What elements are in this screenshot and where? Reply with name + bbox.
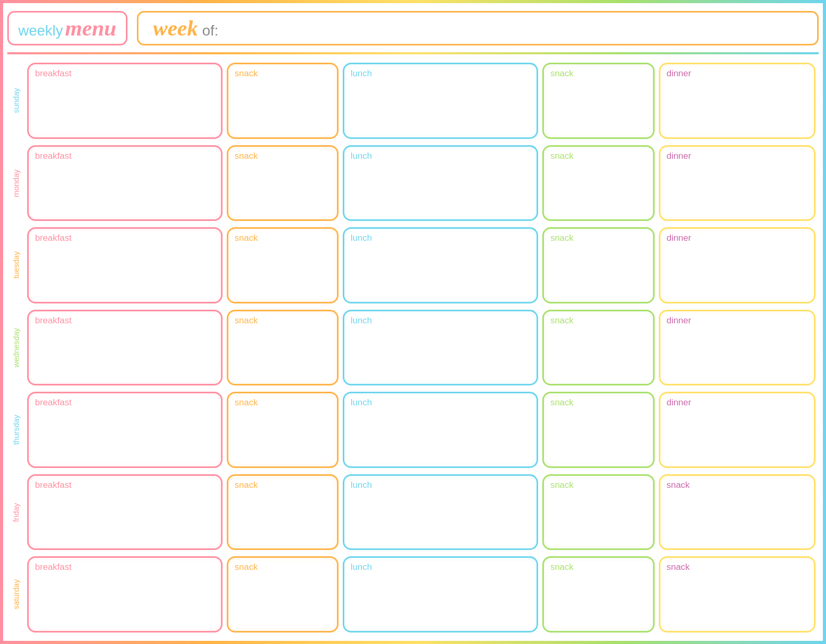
friday-breakfast[interactable]: breakfast <box>27 474 223 551</box>
wednesday-dinner-label: dinner <box>667 315 808 326</box>
monday-snack1-label: snack <box>235 151 331 161</box>
tuesday-snack1[interactable]: snack <box>227 227 339 303</box>
saturday-lunch[interactable]: lunch <box>343 556 538 633</box>
tuesday-lunch-label: lunch <box>351 233 530 243</box>
sunday-lunch[interactable]: lunch <box>343 63 538 139</box>
friday-col5-label: snack <box>667 480 808 490</box>
tuesday-breakfast[interactable]: breakfast <box>27 227 223 303</box>
day-label-monday: monday <box>7 143 24 224</box>
row-friday: friday breakfast snack lunch snack snack <box>7 472 819 553</box>
day-label-tuesday: tuesday <box>7 225 24 306</box>
thursday-breakfast[interactable]: breakfast <box>27 392 223 468</box>
wednesday-snack2[interactable]: snack <box>542 310 654 386</box>
day-label-saturday: saturday <box>7 554 24 635</box>
tuesday-lunch[interactable]: lunch <box>343 227 538 303</box>
monday-lunch-label: lunch <box>351 151 530 161</box>
monday-lunch[interactable]: lunch <box>343 145 538 221</box>
wednesday-snack2-label: snack <box>550 315 646 326</box>
tuesday-breakfast-label: breakfast <box>35 233 215 243</box>
cells-friday: breakfast snack lunch snack snack <box>24 472 819 553</box>
monday-breakfast-label: breakfast <box>35 151 215 161</box>
monday-snack2-label: snack <box>550 151 646 161</box>
wednesday-lunch[interactable]: lunch <box>343 310 538 386</box>
header: weekly menu week of: <box>7 7 819 54</box>
monday-dinner-label: dinner <box>667 151 808 161</box>
row-sunday: sunday breakfast snack lunch snack dinne… <box>7 61 819 141</box>
day-label-friday: friday <box>7 472 24 553</box>
row-thursday: thursday breakfast snack lunch snack din… <box>7 390 819 470</box>
sunday-breakfast[interactable]: breakfast <box>27 63 223 139</box>
friday-col5[interactable]: snack <box>659 474 816 551</box>
saturday-snack1[interactable]: snack <box>227 556 339 633</box>
sunday-breakfast-label: breakfast <box>35 68 215 79</box>
title-box: weekly menu <box>7 11 127 45</box>
thursday-snack1-label: snack <box>235 397 331 408</box>
sunday-dinner[interactable]: dinner <box>659 63 816 139</box>
thursday-snack2-label: snack <box>550 397 646 408</box>
day-label-wednesday: wednesday <box>7 308 24 388</box>
friday-snack1-label: snack <box>235 480 331 490</box>
tuesday-snack2-label: snack <box>550 233 646 243</box>
thursday-lunch[interactable]: lunch <box>343 392 538 468</box>
cells-wednesday: breakfast snack lunch snack dinner <box>24 308 819 388</box>
sunday-snack1-label: snack <box>235 68 331 79</box>
saturday-col5[interactable]: snack <box>659 556 816 633</box>
cells-thursday: breakfast snack lunch snack dinner <box>24 390 819 470</box>
thursday-lunch-label: lunch <box>351 397 530 408</box>
cells-sunday: breakfast snack lunch snack dinner <box>24 61 819 141</box>
saturday-snack1-label: snack <box>235 562 331 572</box>
day-label-thursday: thursday <box>7 390 24 470</box>
row-monday: monday breakfast snack lunch snack dinne… <box>7 143 819 224</box>
thursday-dinner-label: dinner <box>667 397 808 408</box>
tuesday-dinner-label: dinner <box>667 233 808 243</box>
friday-lunch[interactable]: lunch <box>343 474 538 551</box>
saturday-breakfast[interactable]: breakfast <box>27 556 223 633</box>
thursday-snack1[interactable]: snack <box>227 392 339 468</box>
page: weekly menu week of: sunday breakfast sn… <box>0 0 826 644</box>
week-of-box: week of: <box>137 11 819 45</box>
monday-dinner[interactable]: dinner <box>659 145 816 221</box>
wednesday-breakfast-label: breakfast <box>35 315 215 326</box>
sunday-snack1[interactable]: snack <box>227 63 339 139</box>
friday-snack1[interactable]: snack <box>227 474 339 551</box>
cells-tuesday: breakfast snack lunch snack dinner <box>24 225 819 306</box>
wednesday-lunch-label: lunch <box>351 315 530 326</box>
friday-breakfast-label: breakfast <box>35 480 215 490</box>
thursday-breakfast-label: breakfast <box>35 397 215 408</box>
sunday-snack2[interactable]: snack <box>542 63 654 139</box>
sunday-snack2-label: snack <box>550 68 646 79</box>
friday-lunch-label: lunch <box>351 480 530 490</box>
saturday-col5-label: snack <box>667 562 808 572</box>
row-tuesday: tuesday breakfast snack lunch snack dinn… <box>7 225 819 306</box>
thursday-dinner[interactable]: dinner <box>659 392 816 468</box>
friday-snack2-label: snack <box>550 480 646 490</box>
thursday-snack2[interactable]: snack <box>542 392 654 468</box>
row-wednesday: wednesday breakfast snack lunch snack di… <box>7 308 819 388</box>
wednesday-breakfast[interactable]: breakfast <box>27 310 223 386</box>
day-label-sunday: sunday <box>7 61 24 141</box>
tuesday-snack2[interactable]: snack <box>542 227 654 303</box>
sunday-lunch-label: lunch <box>351 68 530 79</box>
tuesday-snack1-label: snack <box>235 233 331 243</box>
saturday-lunch-label: lunch <box>351 562 530 572</box>
friday-snack2[interactable]: snack <box>542 474 654 551</box>
saturday-snack2-label: snack <box>550 562 646 572</box>
of-label: of: <box>202 22 218 39</box>
row-saturday: saturday breakfast snack lunch snack sna… <box>7 554 819 635</box>
weekly-label: weekly <box>18 22 63 39</box>
main-grid: sunday breakfast snack lunch snack dinne… <box>7 58 819 637</box>
wednesday-snack1[interactable]: snack <box>227 310 339 386</box>
monday-snack2[interactable]: snack <box>542 145 654 221</box>
monday-breakfast[interactable]: breakfast <box>27 145 223 221</box>
monday-snack1[interactable]: snack <box>227 145 339 221</box>
sunday-dinner-label: dinner <box>667 68 808 79</box>
wednesday-snack1-label: snack <box>235 315 331 326</box>
saturday-breakfast-label: breakfast <box>35 562 215 572</box>
cells-saturday: breakfast snack lunch snack snack <box>24 554 819 635</box>
menu-label: menu <box>65 16 117 41</box>
cells-monday: breakfast snack lunch snack dinner <box>24 143 819 224</box>
week-label: week <box>153 16 198 41</box>
wednesday-dinner[interactable]: dinner <box>659 310 816 386</box>
tuesday-dinner[interactable]: dinner <box>659 227 816 303</box>
saturday-snack2[interactable]: snack <box>542 556 654 633</box>
